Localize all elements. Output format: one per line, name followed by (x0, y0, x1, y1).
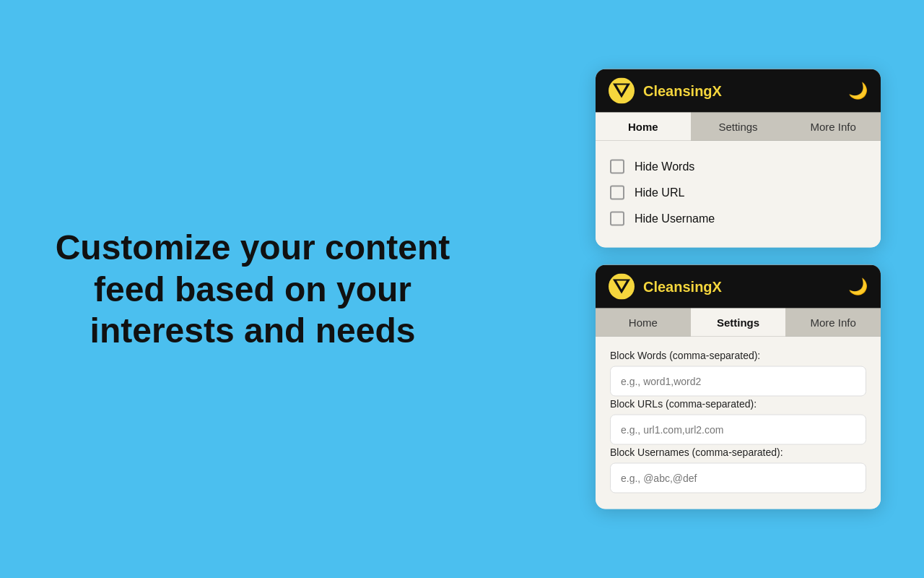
panel2-tab-home[interactable]: Home (596, 309, 691, 337)
field-block-usernames: Block Usernames (comma-separated): (610, 447, 866, 493)
panel2-moon-icon: 🌙 (848, 277, 868, 296)
panel2-tabs: Home Settings More Info (596, 309, 881, 337)
field-block-words: Block Words (comma-separated): (610, 350, 866, 397)
panel1-title: CleansingX (643, 82, 840, 99)
panel-home: CleansingX 🌙 Home Settings More Info Hid… (596, 69, 881, 248)
panels-container: CleansingX 🌙 Home Settings More Info Hid… (596, 69, 881, 509)
panel1-logo (609, 78, 635, 104)
field-block-words-label: Block Words (comma-separated): (610, 350, 866, 361)
panel1-tab-moreinfo[interactable]: More Info (785, 113, 881, 141)
panel1-header: CleansingX 🌙 (596, 69, 881, 113)
field-block-urls: Block URLs (comma-separated): (610, 398, 866, 445)
checkbox-hide-words-label: Hide Words (635, 160, 694, 173)
panel1-body: Hide Words Hide URL Hide Username (596, 141, 881, 248)
panel1-tab-home[interactable]: Home (596, 113, 691, 141)
checkbox-hide-words[interactable] (610, 160, 624, 174)
field-block-urls-label: Block URLs (comma-separated): (610, 398, 866, 410)
field-block-urls-input[interactable] (610, 415, 866, 445)
field-block-usernames-label: Block Usernames (comma-separated): (610, 447, 866, 458)
panel1-tab-settings[interactable]: Settings (691, 113, 786, 141)
panel2-logo (609, 274, 635, 300)
panel2-title: CleansingX (643, 278, 840, 295)
panel1-tabs: Home Settings More Info (596, 113, 881, 141)
panel2-tab-moreinfo[interactable]: More Info (785, 309, 881, 337)
panel2-body: Block Words (comma-separated): Block URL… (596, 337, 881, 509)
panel2-header: CleansingX 🌙 (596, 265, 881, 309)
checkbox-hide-username-label: Hide Username (635, 212, 715, 225)
checkbox-hide-username[interactable] (610, 212, 624, 226)
checkbox-row-0: Hide Words (610, 154, 866, 180)
checkbox-hide-url-label: Hide URL (635, 186, 684, 199)
panel-settings: CleansingX 🌙 Home Settings More Info Blo… (596, 265, 881, 509)
checkbox-row-2: Hide Username (610, 206, 866, 232)
checkbox-row-1: Hide URL (610, 180, 866, 206)
panel2-tab-settings[interactable]: Settings (691, 309, 786, 337)
panel1-moon-icon: 🌙 (848, 82, 868, 100)
checkbox-hide-url[interactable] (610, 186, 624, 200)
field-block-usernames-input[interactable] (610, 463, 866, 493)
hero-text: Customize your content feed based on you… (43, 227, 462, 352)
field-block-words-input[interactable] (610, 366, 866, 397)
